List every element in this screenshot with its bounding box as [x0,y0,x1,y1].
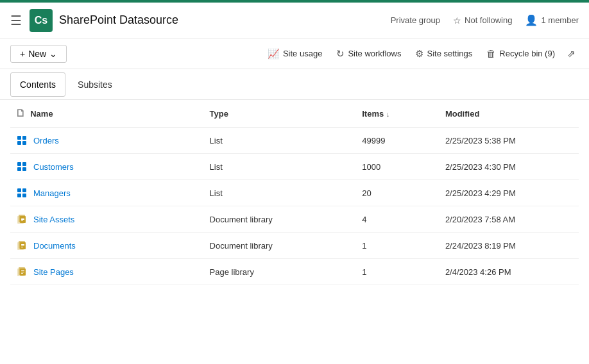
item-name-link[interactable]: Documents [33,241,76,251]
cell-name: Documents [10,233,205,259]
svg-rect-7 [22,167,26,171]
svg-rect-28 [21,272,24,272]
cell-name: Site Assets [10,206,205,233]
cell-items: 1 [357,259,440,285]
table-row: Site Assets Document library 4 2/20/2023… [10,206,579,233]
svg-rect-21 [21,244,24,245]
workflow-icon: ↻ [336,48,345,60]
cell-type: Document library [205,206,357,233]
svg-rect-23 [21,247,23,247]
col-header-modified: Modified [440,100,579,128]
file-icon: 🗋 [15,108,26,119]
cell-type: List [205,128,357,154]
person-icon: 👤 [525,14,538,26]
expand-icon[interactable]: ⇗ [564,45,579,63]
chevron-down-icon: ⌄ [49,49,57,59]
item-name-link[interactable]: Site Assets [33,215,74,224]
app-title: SharePoint Datasource [59,13,391,27]
svg-rect-8 [17,188,21,192]
col-header-type: Type [205,100,357,128]
table-header-row: 🗋 Name Type Items ↓ Modified [10,100,579,128]
svg-rect-17 [21,220,23,221]
svg-rect-9 [22,188,26,192]
cell-modified: 2/20/2023 7:58 AM [440,206,579,233]
trash-icon: 🗑 [486,48,496,59]
toolbar-right: 📈 Site usage ↻ Site workflows ⚙ Site set… [262,45,579,63]
list-icon [15,186,28,199]
item-name-link[interactable]: Managers [33,188,71,198]
contents-table: 🗋 Name Type Items ↓ Modified [10,100,579,285]
item-name-link[interactable]: Site Pages [33,267,74,277]
svg-rect-11 [22,194,26,197]
table-row: Documents Document library 1 2/24/2023 8… [10,233,579,259]
cell-modified: 2/25/2023 5:38 PM [440,128,579,154]
cell-items: 1 [357,233,440,259]
item-name-link[interactable]: Customers [33,162,74,172]
hamburger-icon[interactable]: ☰ [10,13,22,28]
table-row: Customers List 1000 2/25/2023 4:30 PM [10,154,579,180]
svg-rect-27 [21,270,24,271]
svg-rect-15 [21,218,24,219]
sort-icon: ↓ [386,110,390,118]
cell-items: 49999 [357,128,440,154]
cell-name: Site Pages [10,259,205,285]
tab-contents[interactable]: Contents [10,72,65,97]
plus-icon: + [20,49,25,59]
table-container: 🗋 Name Type Items ↓ Modified [0,100,589,364]
table-row: Orders List 49999 2/25/2023 5:38 PM [10,128,579,154]
svg-rect-16 [21,219,24,220]
cell-modified: 2/24/2023 8:19 PM [440,233,579,259]
cell-type: List [205,180,357,206]
svg-rect-4 [17,162,21,166]
cell-modified: 2/4/2023 4:26 PM [440,259,579,285]
svg-rect-22 [21,245,24,246]
star-icon: ☆ [453,15,461,26]
cell-modified: 2/25/2023 4:30 PM [440,154,579,180]
toolbar: + New ⌄ 📈 Site usage ↻ Site workflows ⚙ … [0,38,589,69]
doclib-icon [15,213,28,226]
gear-icon: ⚙ [415,48,423,60]
svg-rect-29 [21,273,23,274]
tabs-bar: Contents Subsites [0,69,589,100]
list-icon [15,160,28,173]
svg-rect-0 [17,136,21,140]
svg-rect-1 [22,136,26,140]
doclib-icon [15,239,28,252]
cell-items: 4 [357,206,440,233]
doclib-icon [15,265,28,278]
svg-rect-6 [17,167,21,171]
cell-name: Managers [10,180,205,206]
list-icon [15,134,28,147]
header-actions: Private group ☆ Not following 👤 1 member [391,14,579,26]
svg-rect-5 [22,162,26,166]
app-header: ☰ Cs SharePoint Datasource Private group… [0,3,589,38]
item-name-link[interactable]: Orders [33,136,59,145]
cell-type: Document library [205,233,357,259]
svg-rect-3 [22,141,26,145]
cell-name: Orders [10,128,205,154]
chart-icon: 📈 [268,48,280,60]
cell-items: 20 [357,180,440,206]
cell-modified: 2/25/2023 4:29 PM [440,180,579,206]
app-logo: Cs [30,9,53,32]
svg-rect-2 [17,141,21,145]
site-workflows-button[interactable]: ↻ Site workflows [331,45,406,63]
tab-subsites[interactable]: Subsites [68,72,122,97]
cell-name: Customers [10,154,205,180]
table-row: Managers List 20 2/25/2023 4:29 PM [10,180,579,206]
col-header-items[interactable]: Items ↓ [357,100,440,128]
cell-items: 1000 [357,154,440,180]
recycle-bin-button[interactable]: 🗑 Recycle bin (9) [481,45,560,62]
new-button[interactable]: + New ⌄ [10,45,67,63]
site-settings-button[interactable]: ⚙ Site settings [410,45,477,63]
member-count-button[interactable]: 👤 1 member [525,14,579,26]
col-header-name: 🗋 Name [10,100,205,128]
table-row: Site Pages Page library 1 2/4/2023 4:26 … [10,259,579,285]
cell-type: List [205,154,357,180]
site-usage-button[interactable]: 📈 Site usage [262,45,327,63]
svg-rect-10 [17,194,21,197]
private-group-label: Private group [391,15,440,25]
cell-type: Page library [205,259,357,285]
not-following-button[interactable]: ☆ Not following [453,15,512,26]
